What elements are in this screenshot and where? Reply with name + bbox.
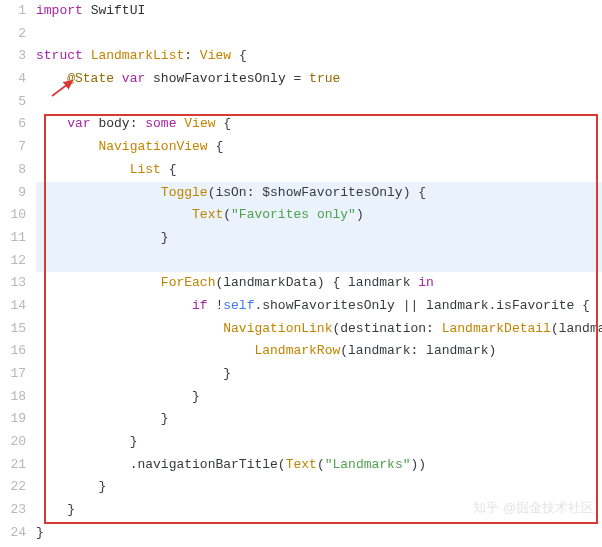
- code-line: if !self.showFavoritesOnly || landmark.i…: [36, 295, 602, 318]
- line-number: 22: [0, 476, 26, 499]
- line-number: 18: [0, 386, 26, 409]
- code-line: [36, 23, 602, 46]
- line-number: 16: [0, 340, 26, 363]
- line-number: 14: [0, 295, 26, 318]
- line-number: 10: [0, 204, 26, 227]
- line-number: 23: [0, 499, 26, 522]
- code-line: Text("Favorites only"): [36, 204, 602, 227]
- line-number: 4: [0, 68, 26, 91]
- line-number: 9: [0, 182, 26, 205]
- code-line: NavigationLink(destination: LandmarkDeta…: [36, 318, 602, 341]
- code-line: var body: some View {: [36, 113, 602, 136]
- code-line: }: [36, 499, 602, 522]
- code-line: }: [36, 386, 602, 409]
- code-line: }: [36, 363, 602, 386]
- code-line: }: [36, 408, 602, 431]
- line-number: 19: [0, 408, 26, 431]
- line-number-gutter: 123456789101112131415161718192021222324: [0, 0, 36, 547]
- code-line: NavigationView {: [36, 136, 602, 159]
- code-line: @State var showFavoritesOnly = true: [36, 68, 602, 91]
- line-number: 1: [0, 0, 26, 23]
- line-number: 20: [0, 431, 26, 454]
- code-line: ForEach(landmarkData) { landmark in: [36, 272, 602, 295]
- code-line: Toggle(isOn: $showFavoritesOnly) {: [36, 182, 602, 205]
- code-line: List {: [36, 159, 602, 182]
- code-line: [36, 91, 602, 114]
- code-line: }: [36, 522, 602, 545]
- code-line: [36, 250, 602, 273]
- code-line: .navigationBarTitle(Text("Landmarks")): [36, 454, 602, 477]
- code-line: struct LandmarkList: View {: [36, 45, 602, 68]
- line-number: 21: [0, 454, 26, 477]
- code-line: }: [36, 476, 602, 499]
- code-line: import SwiftUI: [36, 0, 602, 23]
- line-number: 11: [0, 227, 26, 250]
- line-number: 17: [0, 363, 26, 386]
- line-number: 6: [0, 113, 26, 136]
- line-number: 8: [0, 159, 26, 182]
- code-line: LandmarkRow(landmark: landmark): [36, 340, 602, 363]
- line-number: 3: [0, 45, 26, 68]
- line-number: 7: [0, 136, 26, 159]
- code-area: import SwiftUI struct LandmarkList: View…: [36, 0, 602, 547]
- code-line: }: [36, 227, 602, 250]
- line-number: 2: [0, 23, 26, 46]
- code-line: }: [36, 431, 602, 454]
- code-editor: 123456789101112131415161718192021222324 …: [0, 0, 602, 547]
- line-number: 5: [0, 91, 26, 114]
- line-number: 24: [0, 522, 26, 545]
- line-number: 12: [0, 250, 26, 273]
- line-number: 15: [0, 318, 26, 341]
- line-number: 13: [0, 272, 26, 295]
